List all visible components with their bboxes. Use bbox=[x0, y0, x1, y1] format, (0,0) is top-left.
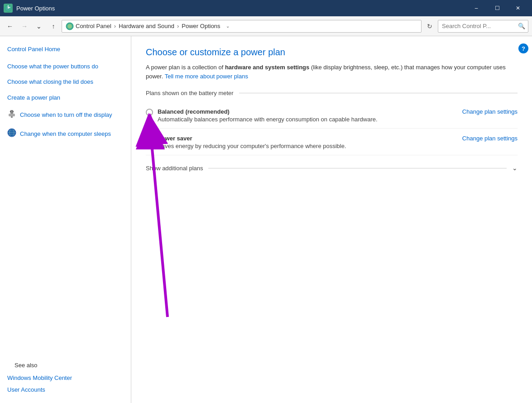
window-title: Power Options bbox=[16, 5, 466, 12]
see-also-label: See also bbox=[7, 355, 124, 372]
sidebar-footer: See also Windows Mobility Center User Ac… bbox=[0, 355, 131, 396]
window-controls: – ☐ ✕ bbox=[466, 0, 528, 16]
plan-settings-link-balanced[interactable]: Change plan settings bbox=[462, 107, 518, 115]
sidebar-item-control-panel-home[interactable]: Control Panel Home bbox=[7, 43, 124, 55]
plan-desc-power-saver: Saves energy by reducing your computer's… bbox=[158, 143, 455, 149]
close-button[interactable]: ✕ bbox=[508, 0, 528, 16]
svg-rect-7 bbox=[13, 111, 14, 112]
sidebar-item-lid[interactable]: Choose what closing the lid does bbox=[7, 76, 124, 88]
app-icon bbox=[4, 4, 13, 13]
plan-desc-balanced: Automatically balances performance with … bbox=[158, 116, 455, 123]
search-box[interactable]: 🔍 bbox=[438, 20, 528, 33]
additional-plans-line bbox=[208, 168, 507, 168]
location-icon bbox=[66, 22, 74, 30]
forward-button[interactable]: → bbox=[18, 20, 31, 33]
sidebar-item-user-accounts[interactable]: User Accounts bbox=[7, 384, 124, 396]
svg-rect-5 bbox=[11, 116, 13, 118]
breadcrumb-controlpanel: Control Panel bbox=[76, 23, 111, 29]
globe-icon bbox=[7, 128, 16, 137]
dropdown-recent-button[interactable]: ⌄ bbox=[33, 20, 45, 33]
breadcrumb-poweroptions: Power Options bbox=[182, 23, 220, 29]
address-bar[interactable]: Control Panel › Hardware and Sound › Pow… bbox=[62, 20, 422, 33]
search-icon: 🔍 bbox=[518, 23, 525, 29]
plan-name-balanced: Balanced (recommended) bbox=[158, 108, 455, 115]
plan-item-power-saver: Power saver Saves energy by reducing you… bbox=[146, 130, 518, 155]
svg-rect-4 bbox=[9, 114, 15, 116]
plans-header: Plans shown on the battery meter bbox=[146, 90, 518, 96]
sidebar-item-power-buttons[interactable]: Choose what the power buttons do bbox=[7, 61, 124, 72]
sidebar: Control Panel Home Choose what the power… bbox=[0, 36, 131, 403]
svg-line-14 bbox=[150, 129, 168, 317]
plans-header-line bbox=[239, 93, 518, 93]
maximize-button[interactable]: ☐ bbox=[487, 0, 508, 16]
sidebar-item-create-plan[interactable]: Create a power plan bbox=[7, 92, 124, 104]
address-dropdown-button[interactable]: ⌄ bbox=[222, 21, 233, 32]
svg-point-2 bbox=[67, 24, 72, 29]
radio-inner-power-saver bbox=[148, 137, 151, 141]
desc-bold: hardware and system settings bbox=[225, 64, 309, 71]
learn-more-link[interactable]: Tell me more about power plans bbox=[165, 73, 248, 80]
refresh-button[interactable]: ↻ bbox=[423, 20, 436, 33]
additional-plans-label: Show additional plans bbox=[146, 165, 203, 172]
page-title: Choose or customize a power plan bbox=[146, 47, 518, 58]
plan-name-power-saver: Power saver bbox=[158, 135, 455, 142]
sidebar-item-computer-sleeps[interactable]: Change when the computer sleeps bbox=[20, 128, 111, 140]
content-description: A power plan is a collection of hardware… bbox=[146, 63, 517, 81]
sidebar-item-windows-mobility[interactable]: Windows Mobility Center bbox=[7, 372, 124, 384]
breadcrumb-hardwareandsound: Hardware and Sound bbox=[119, 23, 174, 29]
svg-rect-6 bbox=[10, 111, 11, 112]
additional-plans-toggle[interactable]: Show additional plans ⌄ bbox=[146, 164, 518, 172]
plan-item-balanced: Balanced (recommended) Automatically bal… bbox=[146, 104, 518, 129]
chevron-down-icon: ⌄ bbox=[512, 164, 518, 172]
plan-settings-link-power-saver[interactable]: Change plan settings bbox=[462, 134, 518, 142]
content-area: ? Choose or customize a power plan A pow… bbox=[131, 36, 532, 403]
radio-power-saver[interactable] bbox=[146, 135, 153, 143]
minimize-button[interactable]: – bbox=[466, 0, 487, 16]
plans-header-label: Plans shown on the battery meter bbox=[146, 90, 234, 96]
help-button[interactable]: ? bbox=[518, 43, 528, 53]
search-input[interactable] bbox=[442, 23, 518, 29]
main-layout: Control Panel Home Choose what the power… bbox=[0, 36, 532, 403]
up-button[interactable]: ↑ bbox=[47, 20, 60, 33]
radio-balanced[interactable] bbox=[146, 109, 153, 116]
plug-icon bbox=[7, 109, 16, 118]
nav-bar: ← → ⌄ ↑ Control Panel › Hardware and Sou… bbox=[0, 16, 532, 36]
back-button[interactable]: ← bbox=[4, 20, 16, 33]
title-bar: Power Options – ☐ ✕ bbox=[0, 0, 532, 16]
sidebar-item-turn-off-display[interactable]: Choose when to turn off the display bbox=[20, 109, 112, 121]
sidebar-nav: Control Panel Home Choose what the power… bbox=[0, 43, 131, 199]
